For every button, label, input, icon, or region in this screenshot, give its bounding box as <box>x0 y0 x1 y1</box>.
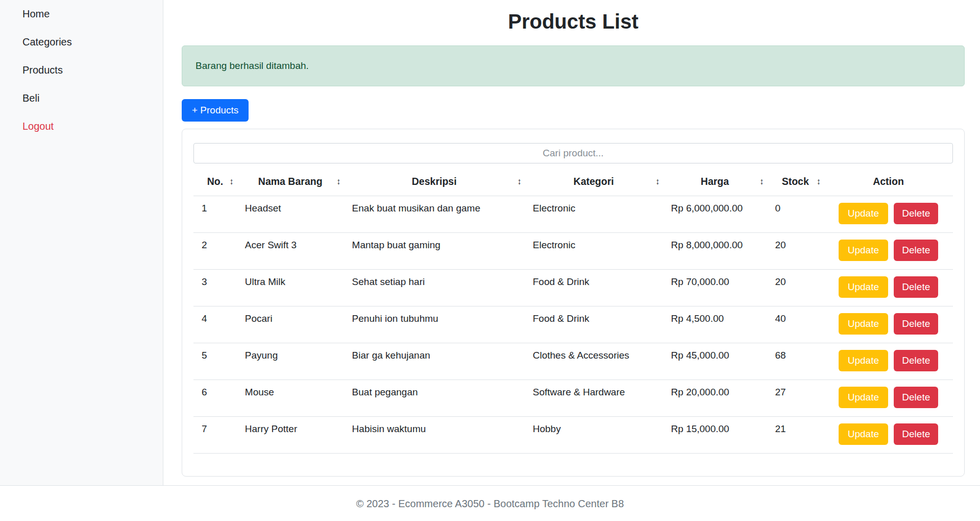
sidebar-item-label: Products <box>22 64 63 76</box>
table-row: 2 Acer Swift 3 Mantap buat gaming Electr… <box>193 233 953 270</box>
sidebar: Home Categories Products Beli Logout <box>0 0 163 485</box>
column-header-harga[interactable]: Harga ↕ <box>663 168 767 196</box>
cell-action: Update Delete <box>824 343 953 380</box>
column-header-stock[interactable]: Stock ↕ <box>767 168 824 196</box>
sidebar-item-beli[interactable]: Beli <box>0 84 163 112</box>
column-header-label: Action <box>873 176 904 187</box>
cell-nama-barang: Harry Potter <box>237 417 344 454</box>
update-button[interactable]: Update <box>839 313 888 335</box>
delete-button[interactable]: Delete <box>894 387 938 408</box>
table-row: 4 Pocari Penuhi ion tubuhmu Food & Drink… <box>193 306 953 343</box>
delete-button[interactable]: Delete <box>894 313 938 335</box>
app-window: Home Categories Products Beli Logout Pro… <box>0 0 980 521</box>
cell-harga: Rp 8,000,000.00 <box>663 233 767 270</box>
delete-button[interactable]: Delete <box>894 350 938 371</box>
update-button[interactable]: Update <box>839 387 888 408</box>
cell-stock: 68 <box>767 343 824 380</box>
main-content: Products List Barang berhasil ditambah. … <box>163 0 980 485</box>
cell-no: 7 <box>193 417 237 454</box>
cell-harga: Rp 4,500.00 <box>663 306 767 343</box>
update-button[interactable]: Update <box>839 350 888 371</box>
sort-updown-icon: ↕ <box>229 177 234 187</box>
sort-updown-icon: ↕ <box>336 177 341 187</box>
cell-kategori: Food & Drink <box>525 270 663 306</box>
page-body: Home Categories Products Beli Logout Pro… <box>0 0 980 485</box>
products-table: No. ↕ Nama Barang ↕ Deskripsi ↕ Kategori… <box>193 168 953 454</box>
cell-kategori: Food & Drink <box>525 306 663 343</box>
sidebar-item-label: Beli <box>22 92 39 104</box>
cell-deskripsi: Habisin waktumu <box>344 417 525 454</box>
table-row: 6 Mouse Buat pegangan Software & Hardwar… <box>193 380 953 417</box>
delete-button[interactable]: Delete <box>894 240 938 261</box>
cell-deskripsi: Sehat setiap hari <box>344 270 525 306</box>
footer-text: © 2023 - Ecommerce A3050 - Bootcamp Tech… <box>356 498 624 509</box>
sidebar-item-logout[interactable]: Logout <box>0 112 163 140</box>
success-alert-text: Barang berhasil ditambah. <box>195 60 309 71</box>
delete-button[interactable]: Delete <box>894 276 938 298</box>
cell-stock: 20 <box>767 233 824 270</box>
sidebar-item-home[interactable]: Home <box>0 0 163 28</box>
update-button[interactable]: Update <box>839 423 888 445</box>
cell-kategori: Electronic <box>525 196 663 233</box>
cell-action: Update Delete <box>824 417 953 454</box>
update-button[interactable]: Update <box>839 240 888 261</box>
cell-harga: Rp 15,000.00 <box>663 417 767 454</box>
cell-stock: 27 <box>767 380 824 417</box>
sidebar-item-categories[interactable]: Categories <box>0 28 163 56</box>
cell-action: Update Delete <box>824 196 953 233</box>
add-products-button[interactable]: + Products <box>182 99 249 122</box>
column-header-label: Stock <box>782 176 809 187</box>
success-alert: Barang berhasil ditambah. <box>182 45 965 86</box>
cell-kategori: Hobby <box>525 417 663 454</box>
column-header-nama-barang[interactable]: Nama Barang ↕ <box>237 168 344 196</box>
column-header-label: Kategori <box>574 176 614 187</box>
table-header-row: No. ↕ Nama Barang ↕ Deskripsi ↕ Kategori… <box>193 168 953 196</box>
cell-deskripsi: Enak buat musikan dan game <box>344 196 525 233</box>
update-button[interactable]: Update <box>839 276 888 298</box>
sidebar-item-label: Logout <box>22 121 54 132</box>
cell-action: Update Delete <box>824 270 953 306</box>
sidebar-item-label: Home <box>22 8 50 19</box>
table-body: 1 Headset Enak buat musikan dan game Ele… <box>193 196 953 454</box>
sidebar-item-label: Categories <box>22 36 72 48</box>
column-header-label: Harga <box>701 176 729 187</box>
cell-action: Update Delete <box>824 306 953 343</box>
cell-harga: Rp 20,000.00 <box>663 380 767 417</box>
search-input[interactable] <box>193 143 953 163</box>
cell-nama-barang: Ultra Milk <box>237 270 344 306</box>
column-header-kategori[interactable]: Kategori ↕ <box>525 168 663 196</box>
column-header-label: Deskripsi <box>412 176 457 187</box>
delete-button[interactable]: Delete <box>894 203 938 224</box>
cell-no: 5 <box>193 343 237 380</box>
cell-nama-barang: Pocari <box>237 306 344 343</box>
column-header-no[interactable]: No. ↕ <box>193 168 237 196</box>
cell-harga: Rp 70,000.00 <box>663 270 767 306</box>
column-header-deskripsi[interactable]: Deskripsi ↕ <box>344 168 525 196</box>
cell-no: 3 <box>193 270 237 306</box>
cell-stock: 21 <box>767 417 824 454</box>
cell-deskripsi: Buat pegangan <box>344 380 525 417</box>
delete-button[interactable]: Delete <box>894 423 938 445</box>
cell-action: Update Delete <box>824 233 953 270</box>
page-title: Products List <box>182 10 965 33</box>
cell-kategori: Software & Hardware <box>525 380 663 417</box>
table-row: 7 Harry Potter Habisin waktumu Hobby Rp … <box>193 417 953 454</box>
sidebar-item-products[interactable]: Products <box>0 56 163 84</box>
cell-harga: Rp 45,000.00 <box>663 343 767 380</box>
cell-nama-barang: Acer Swift 3 <box>237 233 344 270</box>
products-card: No. ↕ Nama Barang ↕ Deskripsi ↕ Kategori… <box>182 129 965 477</box>
cell-deskripsi: Mantap buat gaming <box>344 233 525 270</box>
column-header-action: Action <box>824 168 953 196</box>
cell-no: 2 <box>193 233 237 270</box>
cell-kategori: Electronic <box>525 233 663 270</box>
cell-nama-barang: Mouse <box>237 380 344 417</box>
cell-nama-barang: Headset <box>237 196 344 233</box>
cell-nama-barang: Payung <box>237 343 344 380</box>
cell-stock: 0 <box>767 196 824 233</box>
cell-deskripsi: Penuhi ion tubuhmu <box>344 306 525 343</box>
table-row: 3 Ultra Milk Sehat setiap hari Food & Dr… <box>193 270 953 306</box>
cell-deskripsi: Biar ga kehujanan <box>344 343 525 380</box>
column-header-label: Nama Barang <box>258 176 323 187</box>
update-button[interactable]: Update <box>839 203 888 224</box>
column-header-label: No. <box>207 176 223 187</box>
